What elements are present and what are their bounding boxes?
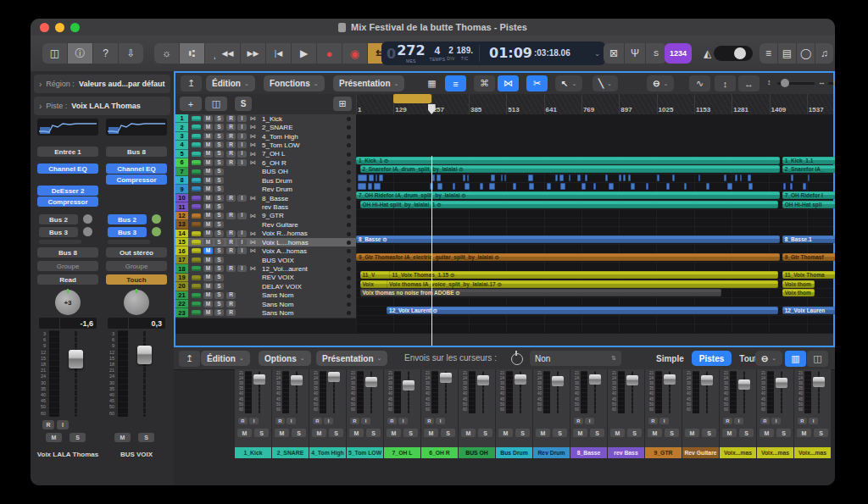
audio-segment-bar[interactable] <box>631 183 635 190</box>
record-enable-button[interactable]: R <box>723 418 732 424</box>
record-enable-button[interactable]: R <box>226 159 236 166</box>
audio-segment-bar[interactable] <box>560 183 565 190</box>
fader-cap[interactable] <box>477 375 489 385</box>
mixer-channel-strip[interactable]: 2124303540455060RIMS4_Tom High <box>309 369 347 458</box>
input-monitor-button[interactable]: I <box>237 195 247 202</box>
mute-button[interactable]: M <box>203 141 213 148</box>
audio-segment-bar[interactable] <box>740 174 743 181</box>
fader-rail[interactable] <box>333 371 335 413</box>
track-name[interactable]: 1_Kick <box>262 114 337 123</box>
track-name[interactable]: Sans Nom <box>262 300 337 308</box>
fader-rail[interactable] <box>75 330 77 417</box>
audio-segment-bar[interactable] <box>791 174 793 181</box>
vertical-zoom-slider[interactable] <box>777 82 815 85</box>
list-editors-icon[interactable]: ≡ <box>760 43 778 64</box>
mute-button[interactable]: M <box>203 133 213 140</box>
mute-button[interactable]: M <box>203 230 213 237</box>
global-solo-button[interactable]: S <box>235 97 252 111</box>
fader-rail[interactable] <box>296 371 298 413</box>
close-window-button[interactable] <box>40 23 49 32</box>
audio-segment-bar[interactable] <box>547 183 551 190</box>
audio-region[interactable]: 12_Voix Lauren <box>782 307 835 314</box>
send-slot[interactable]: Bus 2 <box>108 214 147 224</box>
audio-segment-bar[interactable] <box>432 174 435 181</box>
duplicate-track-icon[interactable]: ◫ <box>205 97 227 111</box>
audio-region[interactable]: 7_OH Ridefor IA_drum_split_by_lalalai ⊙ <box>356 191 780 199</box>
audio-segment-bar[interactable] <box>465 183 470 190</box>
fader-rail[interactable] <box>743 371 745 413</box>
playhead-line[interactable] <box>431 156 432 346</box>
mixer-channel-strip[interactable]: 2124303540455060MSRev Drum <box>533 369 570 458</box>
audio-segment-bar[interactable] <box>724 174 727 181</box>
track-header-row[interactable]: 23MSRSans Nom <box>175 308 356 318</box>
fader-rail[interactable] <box>143 330 146 417</box>
mute-button[interactable]: M <box>203 159 213 166</box>
record-enable-button[interactable]: R <box>226 247 236 254</box>
mute-button[interactable]: M <box>203 186 213 192</box>
fader-rail[interactable] <box>594 371 596 413</box>
flex-icon[interactable]: ⋈ <box>248 195 258 202</box>
audio-region[interactable]: 11_Voix Thoma <box>782 271 835 279</box>
horizontal-scrollbar[interactable] <box>175 333 833 346</box>
record-enable-button[interactable]: R <box>226 151 236 158</box>
mute-button[interactable]: M <box>203 213 213 219</box>
plugin-slot[interactable]: Compressor <box>37 197 98 207</box>
split-icon[interactable]: ✂ <box>526 75 548 91</box>
output-slot[interactable]: Out stéréo <box>106 247 167 258</box>
audio-segment-bar[interactable] <box>569 174 571 181</box>
eq-thumbnail[interactable] <box>37 119 98 136</box>
fader-rail[interactable] <box>482 371 484 413</box>
rewind-button[interactable]: ◀◀ <box>215 43 241 64</box>
audio-segment-bar[interactable] <box>491 174 496 181</box>
mute-button[interactable]: M <box>685 429 699 437</box>
solo-button[interactable]: S <box>441 429 455 437</box>
solo-button[interactable]: S <box>214 283 224 290</box>
add-track-button[interactable]: + <box>180 97 202 111</box>
lcd-chevron-icon[interactable]: ⌄ <box>594 50 600 58</box>
flex-icon[interactable]: ⋈ <box>248 141 258 148</box>
audio-segment-bar[interactable] <box>559 174 564 181</box>
track-zoom-icon[interactable]: ⊞ <box>333 97 352 111</box>
audio-segment-bar[interactable] <box>706 183 710 190</box>
flex-icon[interactable]: ⋈ <box>248 247 258 254</box>
flex-icon[interactable]: ⋈ <box>248 265 258 272</box>
mixer-channel-strip[interactable]: 2124303540455060MSRev Guitare <box>682 369 720 458</box>
input-monitor-button[interactable]: I <box>659 418 669 424</box>
track-name[interactable]: 12_Voi...aurent <box>262 264 337 273</box>
audio-region[interactable]: 9_Gtr Thomasf <box>782 253 835 261</box>
solo-button[interactable]: S <box>254 429 269 437</box>
record-enable-button[interactable]: R <box>226 265 236 272</box>
audio-segment-bar[interactable] <box>748 174 752 181</box>
input-monitor-button[interactable]: I <box>57 420 69 429</box>
mute-button[interactable]: M <box>203 115 213 122</box>
audio-segment-bar[interactable] <box>727 183 732 190</box>
fader-cap[interactable] <box>69 350 83 368</box>
count-in-button[interactable]: 1234 <box>665 43 692 64</box>
flex-icon[interactable]: ⋈ <box>248 159 258 166</box>
input-monitor-button[interactable]: I <box>237 151 247 158</box>
audio-segment-bar[interactable] <box>605 174 608 181</box>
input-setting-button[interactable]: Entrée 1 <box>37 147 98 157</box>
audio-segment-bar[interactable] <box>672 174 675 181</box>
input-monitor-button[interactable]: I <box>237 230 247 237</box>
glue-tool-icon[interactable]: ⌘ <box>474 75 495 91</box>
track-name[interactable]: Voix A...homas <box>262 246 337 255</box>
inspector-icon[interactable]: ⓘ <box>68 43 93 64</box>
solo-button[interactable]: S <box>214 309 224 316</box>
mixer-channel-strip[interactable]: 2124303540455060RIMSVoix...mas <box>757 369 794 458</box>
audio-segment-bar[interactable] <box>657 174 659 181</box>
fader-rail[interactable] <box>370 371 372 413</box>
browser-icon[interactable]: ⇩ <box>119 43 143 64</box>
fader-cap[interactable] <box>701 375 713 385</box>
solo-button[interactable]: S <box>214 239 224 246</box>
mute-button[interactable]: M <box>203 221 213 228</box>
track-name[interactable]: Voix L....homas <box>262 238 337 246</box>
audio-region[interactable]: 11_V <box>360 271 392 279</box>
track-name[interactable]: 2_SNARE <box>262 123 337 131</box>
solo-button[interactable]: S <box>214 203 224 210</box>
send-level-knob[interactable] <box>152 227 161 236</box>
solo-mode-icon[interactable]: S <box>646 43 666 64</box>
note-pads-icon[interactable]: ▤ <box>778 43 797 64</box>
group-slot[interactable]: Groupe <box>37 261 98 271</box>
track-name[interactable]: 6_OH R <box>262 158 337 167</box>
